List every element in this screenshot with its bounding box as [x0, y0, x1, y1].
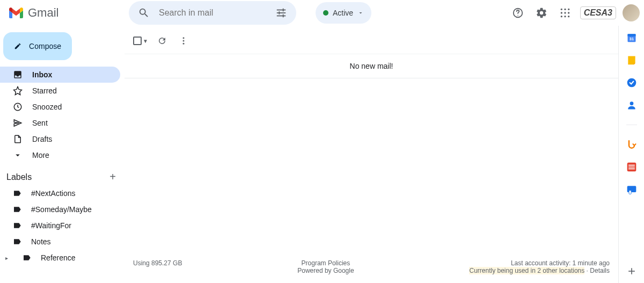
- label-text: Notes: [31, 237, 51, 246]
- search-input[interactable]: [155, 8, 270, 18]
- add-label-button[interactable]: +: [109, 171, 116, 183]
- svg-point-8: [560, 9, 562, 10]
- footer-activity: Last account activity: 1 minute ago Curr…: [469, 259, 610, 274]
- svg-point-25: [630, 101, 633, 105]
- svg-rect-2: [277, 16, 286, 17]
- svg-point-11: [560, 12, 562, 13]
- details-link[interactable]: Details: [590, 267, 610, 274]
- nav-more[interactable]: More: [0, 147, 120, 163]
- empty-inbox-message: No new mail!: [125, 54, 618, 78]
- nav-snoozed[interactable]: Snoozed: [0, 99, 120, 115]
- inbox-icon: [13, 70, 23, 79]
- header-actions: CESA3: [507, 2, 640, 24]
- refresh-button[interactable]: [152, 31, 172, 50]
- label-item[interactable]: ▸ Reference: [0, 250, 120, 266]
- nav-label: Drafts: [32, 135, 52, 143]
- nav-label: More: [32, 151, 49, 159]
- details-sep: ·: [584, 267, 590, 274]
- svg-rect-4: [279, 11, 280, 14]
- label-text: #Someday/Maybe: [31, 205, 92, 214]
- svg-point-14: [560, 16, 562, 17]
- svg-point-20: [182, 43, 184, 45]
- tasks-icon[interactable]: [626, 77, 637, 88]
- nav-drafts[interactable]: Drafts: [0, 131, 120, 147]
- label-text: #NextActions: [31, 189, 75, 198]
- side-panel: 31: [618, 26, 644, 283]
- labels-heading: Labels: [6, 172, 32, 182]
- nav-sent[interactable]: Sent: [0, 115, 120, 131]
- footer-center: Program Policies Powered by Google: [297, 259, 354, 274]
- svg-rect-0: [277, 10, 286, 11]
- main-content: ▼ No new mail! Using 895.27 GB Program P…: [125, 28, 618, 283]
- nav-starred[interactable]: Starred: [0, 83, 120, 99]
- expand-caret-icon[interactable]: ▸: [5, 255, 11, 261]
- svg-rect-27: [627, 186, 636, 192]
- chevron-down-icon[interactable]: ▼: [143, 38, 148, 44]
- label-item[interactable]: #Someday/Maybe: [0, 201, 120, 217]
- file-icon: [13, 134, 23, 144]
- avatar[interactable]: [623, 4, 640, 21]
- nav-list: Inbox Starred Snoozed Sent Drafts: [0, 67, 125, 163]
- app-title: Gmail: [28, 6, 58, 20]
- nav-inbox[interactable]: Inbox: [0, 67, 120, 83]
- addon-icon-3[interactable]: [626, 184, 637, 195]
- svg-point-18: [182, 37, 184, 39]
- storage-text: Using 895.27 GB: [133, 259, 182, 267]
- pencil-icon: [14, 40, 21, 52]
- nav-label: Sent: [32, 119, 48, 127]
- more-button[interactable]: [174, 31, 193, 50]
- svg-rect-5: [283, 14, 284, 18]
- sessions-warning: Currently being used in 2 other location…: [469, 267, 584, 274]
- compose-label: Compose: [29, 42, 61, 50]
- refresh-icon: [157, 36, 167, 46]
- label-item[interactable]: #WaitingFor: [0, 217, 120, 234]
- label-icon: [13, 189, 21, 198]
- search-icon[interactable]: [133, 2, 155, 24]
- svg-point-19: [182, 40, 184, 42]
- svg-point-15: [564, 16, 566, 17]
- chevron-down-icon: [357, 10, 364, 16]
- label-icon: [13, 205, 21, 214]
- keep-icon[interactable]: [626, 55, 637, 66]
- svg-rect-1: [277, 12, 286, 13]
- calendar-icon[interactable]: 31: [626, 32, 637, 43]
- toolbar: ▼: [125, 28, 618, 54]
- svg-point-16: [568, 16, 569, 17]
- label-icon: [23, 253, 31, 262]
- add-addon-button[interactable]: [626, 266, 637, 277]
- powered-by-text: Powered by Google: [297, 267, 354, 274]
- footer: Using 895.27 GB Program Policies Powered…: [125, 255, 618, 283]
- star-icon: [13, 86, 23, 96]
- label-item[interactable]: #NextActions: [0, 185, 120, 201]
- addon-icon-2[interactable]: [626, 162, 637, 172]
- settings-icon[interactable]: [531, 2, 552, 24]
- checkbox-icon: [133, 37, 142, 45]
- label-text: #WaitingFor: [31, 221, 71, 230]
- labels-header: Labels +: [0, 163, 125, 185]
- program-policies-link[interactable]: Program Policies: [302, 259, 350, 267]
- label-item[interactable]: Notes: [0, 234, 120, 250]
- sidebar: Compose Inbox Starred Snoozed Sent: [0, 26, 125, 283]
- compose-button[interactable]: Compose: [3, 32, 72, 60]
- search-options-icon[interactable]: [270, 2, 292, 24]
- addon-icon-1[interactable]: [626, 139, 637, 150]
- send-icon: [13, 118, 23, 128]
- header: Gmail Active CESA: [0, 0, 644, 26]
- svg-rect-22: [627, 34, 635, 36]
- org-brand: CESA3: [580, 6, 616, 19]
- svg-point-13: [568, 12, 569, 13]
- gmail-logo-icon: [9, 8, 24, 18]
- select-all-checkbox[interactable]: ▼: [131, 34, 150, 47]
- contacts-icon[interactable]: [626, 100, 637, 111]
- apps-icon[interactable]: [554, 2, 576, 24]
- last-activity-text: Last account activity: 1 minute ago: [511, 259, 610, 267]
- svg-rect-3: [283, 9, 284, 12]
- svg-point-7: [517, 15, 518, 16]
- side-divider: [626, 125, 637, 125]
- nav-label: Starred: [32, 86, 57, 95]
- search-bar[interactable]: [129, 1, 296, 25]
- label-icon: [13, 221, 21, 230]
- status-chip[interactable]: Active: [316, 2, 371, 24]
- svg-text:31: 31: [629, 37, 633, 41]
- support-icon[interactable]: [507, 2, 529, 24]
